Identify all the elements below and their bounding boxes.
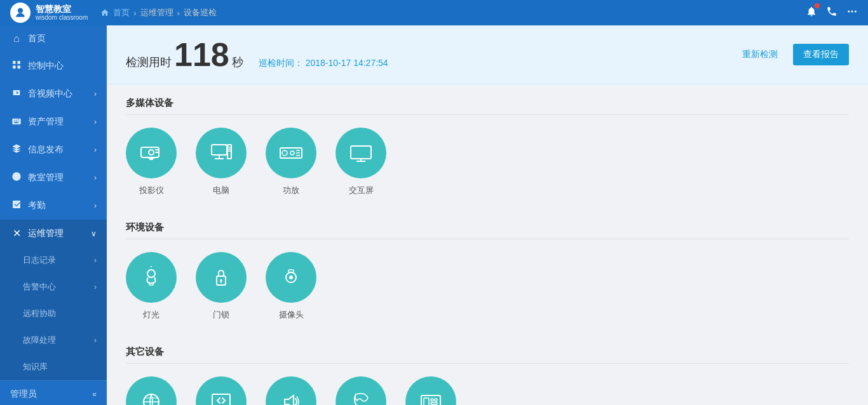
amplifier-circle <box>266 128 316 178</box>
speaker-circle <box>266 376 316 405</box>
header-prefix: 检测用时 <box>126 55 172 70</box>
svg-rect-50 <box>424 398 429 405</box>
svg-rect-12 <box>149 159 153 160</box>
device-lock[interactable]: 门锁 <box>196 252 247 321</box>
logo-main-text: 智慧教室 <box>36 4 88 15</box>
computer-circle <box>196 128 247 178</box>
breadcrumb: 首页 › 运维管理 › 设备巡检 <box>100 7 806 18</box>
device-camera[interactable]: 摄像头 <box>266 252 316 321</box>
notification-icon[interactable] <box>806 6 817 20</box>
header-number: 118 <box>174 38 229 71</box>
device-amplifier[interactable]: 功放 <box>266 128 316 196</box>
recheck-button[interactable]: 重新检测 <box>735 45 785 64</box>
software-circle <box>196 376 247 405</box>
sidebar: ⌂ 首页 控制中心 音视频中心 › 资产管理 › 信 <box>0 25 107 405</box>
device-phone[interactable]: IP电话 <box>336 376 386 405</box>
device-light[interactable]: 灯光 <box>126 252 177 321</box>
panel-circle <box>405 376 456 405</box>
sidebar-item-info[interactable]: 信息发布 › <box>0 136 107 164</box>
device-software[interactable]: 智能软件 <box>196 376 247 405</box>
interactive-label: 交互屏 <box>349 185 374 196</box>
assets-arrow: › <box>94 117 97 126</box>
phone-icon[interactable] <box>826 6 837 20</box>
multimedia-devices: 投影仪 电脑 <box>126 128 849 196</box>
svg-rect-14 <box>155 152 159 153</box>
info-icon <box>10 143 23 156</box>
topbar: 智慧教室 wisdom classroom 首页 › 运维管理 › 设备巡检 <box>0 0 868 25</box>
logo: 智慧教室 wisdom classroom <box>10 3 88 23</box>
report-button[interactable]: 查看报告 <box>793 44 849 65</box>
multimedia-title: 多媒体设备 <box>126 97 849 115</box>
sidebar-label-control: 控制中心 <box>28 60 97 72</box>
computer-label: 电脑 <box>213 185 229 196</box>
sidebar-label-av: 音视频中心 <box>28 88 89 100</box>
device-interactive[interactable]: 交互屏 <box>336 128 386 196</box>
svg-rect-13 <box>155 149 159 150</box>
svg-rect-4 <box>13 61 16 64</box>
sidebar-label-remote: 远程协助 <box>23 308 97 319</box>
camera-label: 摄像头 <box>279 309 304 321</box>
device-projector[interactable]: 投影仪 <box>126 128 177 196</box>
environment-devices: 灯光 门锁 <box>126 252 849 321</box>
sidebar-item-logs[interactable]: 日志记录 › <box>0 247 107 274</box>
sidebar-item-admin[interactable]: 管理员 « <box>0 380 107 405</box>
more-icon[interactable] <box>846 6 858 20</box>
sidebar-item-fault[interactable]: 故障处理 › <box>0 327 107 354</box>
patrol-time: 巡检时间： 2018-10-17 14:27:54 <box>259 58 388 69</box>
sidebar-item-alerts[interactable]: 告警中心 › <box>0 274 107 300</box>
svg-point-31 <box>147 270 155 277</box>
svg-rect-47 <box>212 394 230 405</box>
ops-arrow: ∨ <box>91 229 97 238</box>
svg-rect-5 <box>17 61 20 64</box>
content-area: 检测用时 118 秒 巡检时间： 2018-10-17 14:27:54 重新检… <box>107 25 868 405</box>
sidebar-item-remote[interactable]: 远程协助 <box>0 300 107 327</box>
svg-point-1 <box>848 10 850 12</box>
sidebar-label-admin: 管理员 <box>10 388 87 400</box>
svg-point-51 <box>431 399 433 401</box>
svg-point-10 <box>149 150 154 155</box>
main-layout: ⌂ 首页 控制中心 音视频中心 › 资产管理 › 信 <box>0 25 868 405</box>
device-panel[interactable]: 控制面板 <box>405 376 456 405</box>
device-computer[interactable]: 电脑 <box>196 128 247 196</box>
sidebar-item-home[interactable]: ⌂ 首页 <box>0 25 107 52</box>
attendance-arrow: › <box>94 201 97 210</box>
sidebar-item-assets[interactable]: 资产管理 › <box>0 108 107 136</box>
topbar-actions <box>806 6 858 20</box>
svg-point-2 <box>851 10 853 12</box>
other-section: 其它设备 智能网关 <box>107 333 868 405</box>
svg-point-37 <box>220 279 222 282</box>
sidebar-item-ops[interactable]: ✕ 运维管理 ∨ <box>0 220 107 247</box>
device-gateway[interactable]: 智能网关 <box>126 376 177 405</box>
breadcrumb-home[interactable]: 首页 <box>113 7 130 18</box>
sidebar-item-av[interactable]: 音视频中心 › <box>0 80 107 108</box>
classroom-icon <box>10 171 23 184</box>
sidebar-item-classroom[interactable]: 教室管理 › <box>0 164 107 192</box>
device-speaker[interactable]: IP广播 <box>266 376 316 405</box>
control-icon <box>10 60 23 72</box>
svg-rect-7 <box>17 65 20 69</box>
sidebar-item-knowledge[interactable]: 知识库 <box>0 354 107 380</box>
av-icon <box>10 88 23 100</box>
sidebar-label-attendance: 考勤 <box>28 200 89 211</box>
svg-rect-28 <box>351 146 371 159</box>
environment-section: 环境设备 灯光 <box>107 209 868 333</box>
detection-time-display: 检测用时 118 秒 巡检时间： 2018-10-17 14:27:54 <box>126 38 388 71</box>
sidebar-item-control[interactable]: 控制中心 <box>0 52 107 80</box>
breadcrumb-patrol: 设备巡检 <box>184 7 217 18</box>
sidebar-item-attendance[interactable]: 考勤 › <box>0 192 107 220</box>
light-label: 灯光 <box>143 309 159 321</box>
lock-label: 门锁 <box>213 309 229 321</box>
svg-rect-53 <box>431 402 437 404</box>
ops-icon: ✕ <box>10 227 23 239</box>
logo-icon <box>10 3 31 23</box>
svg-point-0 <box>18 8 23 13</box>
gateway-circle <box>126 376 177 405</box>
projector-label: 投影仪 <box>139 185 164 196</box>
lock-circle <box>196 252 247 303</box>
fault-arrow: › <box>94 336 97 345</box>
notification-badge <box>815 3 820 8</box>
svg-point-24 <box>290 151 294 155</box>
svg-point-52 <box>435 399 437 401</box>
svg-rect-41 <box>288 270 294 272</box>
sidebar-label-knowledge: 知识库 <box>23 361 97 373</box>
